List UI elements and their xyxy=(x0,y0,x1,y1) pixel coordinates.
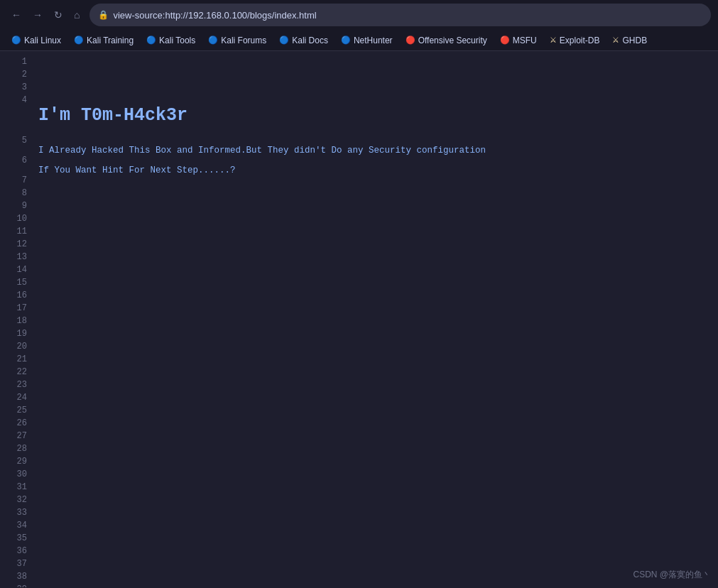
line-content-6: If You Want Hint For Next Step......? xyxy=(38,156,236,175)
source-line-5: 5 I Already Hacked This Box and Informed… xyxy=(0,136,718,156)
source-line-18: 18 xyxy=(0,316,718,329)
source-line-14: 14 xyxy=(0,265,718,278)
line-number-38: 38 xyxy=(6,572,27,582)
source-line-28: 28 xyxy=(0,444,718,457)
line-number-2: 2 xyxy=(6,70,27,80)
line-number-8: 8 xyxy=(6,188,27,198)
line-number-24: 24 xyxy=(6,393,27,403)
kali-training-label: Kali Training xyxy=(87,36,134,45)
line-number-21: 21 xyxy=(6,354,27,364)
bookmark-item-nethunter[interactable]: 🔵NetHunter xyxy=(335,33,398,48)
msfu-label: MSFU xyxy=(513,36,537,45)
bookmark-item-kali-docs[interactable]: 🔵Kali Docs xyxy=(273,33,334,48)
line-number-39: 39 xyxy=(6,584,27,587)
line-number-5: 5 xyxy=(6,136,27,146)
line-number-6: 6 xyxy=(6,156,27,165)
source-line-15: 15 xyxy=(0,278,718,290)
source-line-20: 20 xyxy=(0,342,718,354)
source-line-8: 8 xyxy=(0,188,718,201)
line-number-19: 19 xyxy=(6,329,27,339)
line-number-25: 25 xyxy=(6,405,27,415)
line-content-5: I Already Hacked This Box and Informed.B… xyxy=(38,136,486,156)
line-number-35: 35 xyxy=(6,533,27,543)
line-number-37: 37 xyxy=(6,559,27,569)
source-line-16: 16 xyxy=(0,290,718,303)
msfu-icon: 🔴 xyxy=(500,36,510,45)
line-number-33: 33 xyxy=(6,508,27,518)
source-line-39: 39 xyxy=(0,584,718,587)
bookmark-item-kali-training[interactable]: 🔵Kali Training xyxy=(68,33,139,48)
source-line-17: 17 xyxy=(0,303,718,316)
exploit-db-icon: ⚔ xyxy=(550,36,557,45)
source-line-3: 3 xyxy=(0,82,718,95)
forward-button[interactable]: → xyxy=(28,6,47,23)
source-view[interactable]: 12</span>MoneyBox<span style="color:#89b… xyxy=(0,51,718,587)
home-button[interactable]: ⌂ xyxy=(70,6,84,23)
bookmark-item-kali-tools[interactable]: 🔵Kali Tools xyxy=(141,33,201,48)
reload-button[interactable]: ↻ xyxy=(50,6,67,23)
exploit-db-label: Exploit-DB xyxy=(560,36,600,45)
line-number-18: 18 xyxy=(6,316,27,326)
source-line-38: 38 xyxy=(0,572,718,584)
line-number-1: 1 xyxy=(6,57,27,67)
line-content-4: I'm T0m-H4ck3r xyxy=(38,95,187,136)
source-line-23: 23 xyxy=(0,380,718,393)
address-bar-container[interactable]: 🔒 view-source:http://192.168.0.100/blogs… xyxy=(89,4,711,26)
line-number-3: 3 xyxy=(6,82,27,92)
line-number-31: 31 xyxy=(6,482,27,492)
lock-icon: 🔒 xyxy=(98,10,109,21)
line-number-14: 14 xyxy=(6,265,27,275)
kali-forums-label: Kali Forums xyxy=(221,36,266,45)
line-number-4: 4 xyxy=(6,95,27,105)
bookmark-item-kali-forums[interactable]: 🔵Kali Forums xyxy=(202,33,272,48)
source-line-26: 26 xyxy=(0,418,718,431)
source-line-24: 24 xyxy=(0,393,718,405)
line-number-26: 26 xyxy=(6,418,27,428)
kali-docs-label: Kali Docs xyxy=(292,36,328,45)
source-line-7: 7 xyxy=(0,175,718,188)
browser-topbar: ← → ↻ ⌂ 🔒 view-source:http://192.168.0.1… xyxy=(0,0,718,30)
line-number-36: 36 xyxy=(6,546,27,556)
source-line-36: 36 xyxy=(0,546,718,559)
line-number-20: 20 xyxy=(6,342,27,352)
line-number-32: 32 xyxy=(6,495,27,505)
source-line-25: 25 xyxy=(0,405,718,418)
source-line-27: 27 xyxy=(0,431,718,444)
bookmark-item-kali-linux[interactable]: 🔵Kali Linux xyxy=(6,33,67,48)
line-number-9: 9 xyxy=(6,201,27,211)
source-line-21: 21 xyxy=(0,354,718,367)
address-bar-text: view-source:http://192.168.0.100/blogs/i… xyxy=(113,10,316,21)
kali-training-icon: 🔵 xyxy=(74,36,84,45)
source-line-31: 31 xyxy=(0,482,718,495)
source-line-9: 9 xyxy=(0,201,718,214)
source-line-4: 4 I'm T0m-H4ck3r xyxy=(0,95,718,136)
source-line-37: 37 xyxy=(0,559,718,572)
ghdb-label: GHDB xyxy=(622,36,647,45)
source-line-10: 10 xyxy=(0,214,718,227)
bookmark-item-exploit-db[interactable]: ⚔Exploit-DB xyxy=(544,33,606,48)
line-number-7: 7 xyxy=(6,175,27,185)
line-number-34: 34 xyxy=(6,521,27,530)
source-line-32: 32 xyxy=(0,495,718,508)
back-button[interactable]: ← xyxy=(7,6,26,23)
source-line-22: 22 xyxy=(0,367,718,380)
bookmark-item-ghdb[interactable]: ⚔GHDB xyxy=(607,33,653,48)
line-number-10: 10 xyxy=(6,214,27,224)
offensive-security-icon: 🔴 xyxy=(406,36,415,45)
source-line-12: 12 xyxy=(0,239,718,252)
kali-forums-icon: 🔵 xyxy=(208,36,218,45)
line-number-11: 11 xyxy=(6,227,27,236)
bookmark-item-offensive-security[interactable]: 🔴Offensive Security xyxy=(400,33,493,48)
kali-linux-label: Kali Linux xyxy=(24,36,61,45)
nethunter-label: NetHunter xyxy=(354,36,393,45)
line-number-29: 29 xyxy=(6,457,27,467)
bookmark-item-msfu[interactable]: 🔴MSFU xyxy=(494,33,543,48)
line-number-22: 22 xyxy=(6,367,27,377)
kali-tools-label: Kali Tools xyxy=(159,36,195,45)
nethunter-icon: 🔵 xyxy=(341,36,351,45)
source-line-1: 1 xyxy=(0,57,718,70)
kali-tools-icon: 🔵 xyxy=(146,36,156,45)
line-number-13: 13 xyxy=(6,252,27,262)
source-line-29: 29 xyxy=(0,457,718,469)
kali-docs-icon: 🔵 xyxy=(279,36,289,45)
